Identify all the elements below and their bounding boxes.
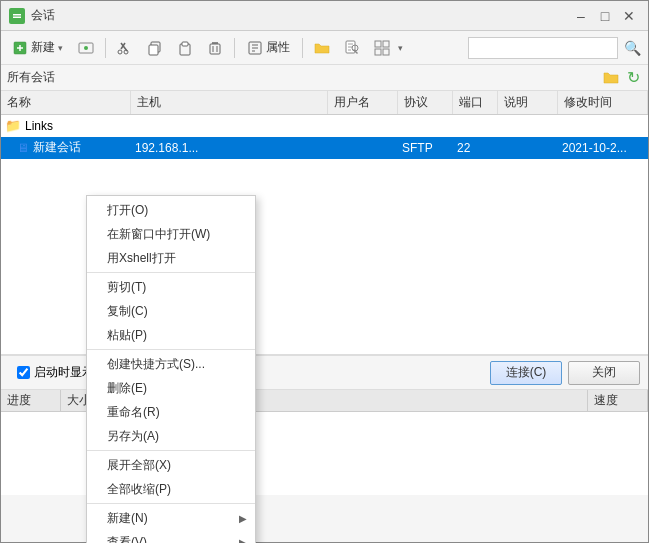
filter-folder-icon [603, 70, 619, 86]
minimize-button[interactable]: – [570, 5, 592, 27]
new-label: 新建 [31, 39, 55, 56]
ctx-copy[interactable]: 复制(C) [87, 299, 255, 323]
filter-bar: 所有会话 ↻ [1, 65, 648, 91]
new-dropdown-icon: ▾ [58, 43, 63, 53]
grid-dropdown-icon: ▾ [398, 43, 403, 53]
ctx-paste[interactable]: 粘贴(P) [87, 323, 255, 347]
folder-icon: 📁 [5, 118, 21, 133]
svg-rect-31 [375, 49, 381, 55]
tb-btn-copy[interactable] [141, 35, 169, 61]
row-desc [498, 115, 558, 136]
search-button[interactable]: 🔍 [620, 36, 644, 60]
window-title: 会话 [31, 7, 570, 24]
new-icon [12, 40, 28, 56]
doc-icon [344, 40, 360, 56]
ctx-open-new-window[interactable]: 在新窗口中打开(W) [87, 222, 255, 246]
th-modified: 修改时间 [558, 91, 648, 114]
row-user [328, 115, 398, 136]
close-button[interactable]: ✕ [618, 5, 640, 27]
ctx-new[interactable]: 新建(N) [87, 506, 255, 530]
connect-icon [78, 40, 94, 56]
filter-folder-btn[interactable] [602, 69, 620, 87]
ctx-cut[interactable]: 剪切(T) [87, 275, 255, 299]
ctx-rename[interactable]: 重命名(R) [87, 400, 255, 424]
svg-rect-32 [383, 49, 389, 55]
filter-label: 所有会话 [7, 69, 598, 86]
row-host: 192.168.1... [131, 137, 328, 158]
separator-2 [234, 38, 235, 58]
svg-rect-1 [13, 14, 21, 16]
th-name: 名称 [1, 91, 131, 114]
tb-btn-1[interactable] [72, 35, 100, 61]
ctx-view[interactable]: 查看(V) [87, 530, 255, 543]
ctx-open[interactable]: 打开(O) [87, 198, 255, 222]
svg-rect-0 [12, 11, 22, 21]
maximize-button[interactable]: □ [594, 5, 616, 27]
ctx-create-shortcut[interactable]: 创建快捷方式(S)... [87, 352, 255, 376]
session-area: 所有会话 ↻ 名称 主机 用户名 协议 端口 说明 修改时间 📁 [1, 65, 648, 355]
tb-btn-cut[interactable] [111, 35, 139, 61]
th-host: 主机 [131, 91, 328, 114]
table-row[interactable]: 📁 Links [1, 115, 648, 137]
ctx-open-xshell[interactable]: 用Xshell打开 [87, 246, 255, 270]
properties-label: 属性 [266, 39, 290, 56]
row-name: 🖥 新建会话 [1, 137, 131, 158]
main-window: 会话 – □ ✕ 新建 ▾ [0, 0, 649, 543]
separator [87, 272, 255, 273]
ctx-collapse-all[interactable]: 全部收缩(P) [87, 477, 255, 501]
window-controls: – □ ✕ [570, 5, 640, 27]
paste-icon [177, 40, 193, 56]
th-transfer-progress: 进度 [1, 390, 61, 411]
close-dialog-button[interactable]: 关闭 [568, 361, 640, 385]
separator [87, 503, 255, 504]
separator-1 [105, 38, 106, 58]
delete-icon [207, 40, 223, 56]
search-input[interactable] [468, 37, 618, 59]
th-username: 用户名 [328, 91, 398, 114]
new-button[interactable]: 新建 ▾ [5, 35, 70, 61]
filter-refresh-btn[interactable]: ↻ [624, 69, 642, 87]
row-modified: 2021-10-2... [558, 137, 648, 158]
row-user [328, 137, 398, 158]
svg-rect-13 [149, 45, 158, 55]
th-description: 说明 [498, 91, 558, 114]
row-port [453, 115, 498, 136]
cut-icon [117, 40, 133, 56]
tb-btn-delete[interactable] [201, 35, 229, 61]
ctx-save-as[interactable]: 另存为(A) [87, 424, 255, 448]
th-port: 端口 [453, 91, 498, 114]
svg-rect-30 [383, 41, 389, 47]
toolbar: 新建 ▾ [1, 31, 648, 65]
session-icon: 🖥 [17, 141, 29, 155]
separator [87, 450, 255, 451]
tb-btn-grid[interactable] [368, 35, 396, 61]
title-bar: 会话 – □ ✕ [1, 1, 648, 31]
svg-rect-15 [182, 42, 188, 46]
folder-icon [314, 40, 330, 56]
row-port: 22 [453, 137, 498, 158]
table-header: 名称 主机 用户名 协议 端口 说明 修改时间 [1, 91, 648, 115]
row-host [131, 115, 328, 136]
separator [87, 349, 255, 350]
connect-button[interactable]: 连接(C) [490, 361, 562, 385]
svg-rect-2 [13, 16, 21, 18]
tb-btn-paste[interactable] [171, 35, 199, 61]
app-icon [9, 8, 25, 24]
ctx-expand-all[interactable]: 展开全部(X) [87, 453, 255, 477]
row-protocol: SFTP [398, 137, 453, 158]
row-name: 📁 Links [1, 115, 131, 136]
table-row[interactable]: 🖥 新建会话 192.168.1... SFTP 22 2021-10-2... [1, 137, 648, 159]
svg-rect-29 [375, 41, 381, 47]
svg-point-7 [84, 46, 88, 50]
properties-button[interactable]: 属性 [240, 35, 297, 61]
tb-btn-5[interactable] [338, 35, 366, 61]
tb-btn-folder[interactable] [308, 35, 336, 61]
svg-point-10 [118, 50, 122, 54]
separator-3 [302, 38, 303, 58]
th-protocol: 协议 [398, 91, 453, 114]
row-modified [558, 115, 648, 136]
startup-checkbox[interactable] [17, 366, 30, 379]
ctx-delete[interactable]: 删除(E) [87, 376, 255, 400]
grid-icon [374, 40, 390, 56]
svg-rect-16 [210, 44, 220, 54]
